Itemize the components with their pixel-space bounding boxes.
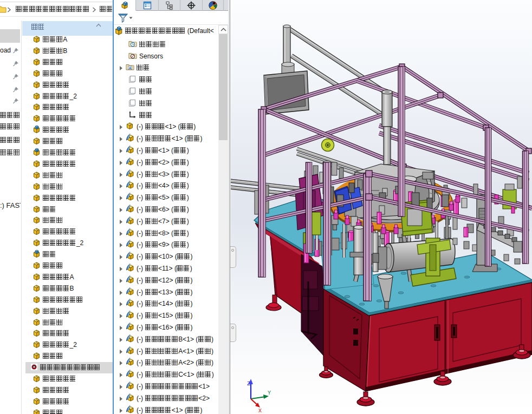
- svg-text:Y: Y: [268, 390, 271, 396]
- svg-text:X: X: [258, 408, 262, 414]
- svg-text:Z: Z: [247, 381, 250, 387]
